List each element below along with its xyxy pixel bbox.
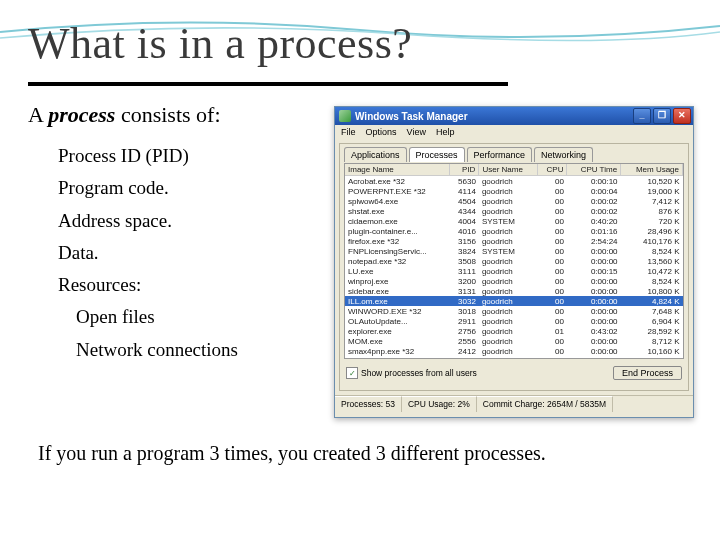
col-cpu[interactable]: CPU xyxy=(537,164,566,176)
tab-processes[interactable]: Processes xyxy=(409,147,465,162)
window-title: Windows Task Manager xyxy=(355,111,468,122)
tab-networking[interactable]: Networking xyxy=(534,147,593,162)
slide-footer: If you run a program 3 times, you create… xyxy=(38,442,546,465)
table-row[interactable]: plugin-container.e...4016goodrich000:01:… xyxy=(345,226,683,236)
col-mem[interactable]: Mem Usage xyxy=(621,164,683,176)
tab-strip: Applications Processes Performance Netwo… xyxy=(340,143,688,162)
menu-options[interactable]: Options xyxy=(366,127,397,137)
options-row: ✓Show processes from all users End Proce… xyxy=(340,363,688,383)
tab-performance[interactable]: Performance xyxy=(467,147,533,162)
process-list[interactable]: Image Name PID User Name CPU CPU Time Me… xyxy=(344,163,684,359)
show-all-users[interactable]: ✓Show processes from all users xyxy=(346,367,477,379)
table-row[interactable]: WINWORD.EXE *323018goodrich000:00:007,64… xyxy=(345,306,683,316)
table-row[interactable]: FNPLicensingServic...3824SYSTEM000:00:00… xyxy=(345,246,683,256)
status-commit: Commit Charge: 2654M / 5835M xyxy=(477,396,613,412)
table-row[interactable]: explorer.exe2756goodrich010:43:0228,592 … xyxy=(345,326,683,336)
bullet-list: Process ID (PID) Program code. Address s… xyxy=(58,140,238,366)
close-button[interactable]: ✕ xyxy=(673,108,691,124)
intro-post: consists of: xyxy=(115,102,220,127)
table-row[interactable]: dwm.exe4,288 K xyxy=(345,356,683,359)
status-bar: Processes: 53 CPU Usage: 2% Commit Charg… xyxy=(335,395,693,412)
slide: What is in a process? A process consists… xyxy=(0,0,720,540)
window-body: Applications Processes Performance Netwo… xyxy=(339,143,689,391)
status-processes: Processes: 53 xyxy=(335,396,402,412)
process-table: Image Name PID User Name CPU CPU Time Me… xyxy=(345,164,683,359)
col-pid[interactable]: PID xyxy=(450,164,479,176)
tab-applications[interactable]: Applications xyxy=(344,147,407,162)
end-process-button[interactable]: End Process xyxy=(613,366,682,380)
table-row[interactable]: Acrobat.exe *325630goodrich000:00:1010,5… xyxy=(345,176,683,187)
intro-em: process xyxy=(48,102,115,127)
title-underline xyxy=(28,82,508,86)
table-row[interactable]: cidaemon.exe4004SYSTEM000:40:20720 K xyxy=(345,216,683,226)
task-manager-window: Windows Task Manager _ ❐ ✕ File Options … xyxy=(334,106,694,418)
table-row[interactable]: POWERPNT.EXE *324114goodrich000:00:0419,… xyxy=(345,186,683,196)
table-row[interactable]: splwow64.exe4504goodrich000:00:027,412 K xyxy=(345,196,683,206)
table-row[interactable]: MOM.exe2556goodrich000:00:008,712 K xyxy=(345,336,683,346)
menu-help[interactable]: Help xyxy=(436,127,455,137)
intro-pre: A xyxy=(28,102,48,127)
bullet-resources: Resources: xyxy=(58,269,238,301)
table-row[interactable]: ILL.om.exe3032goodrich000:00:004,824 K xyxy=(345,296,683,306)
checkbox-icon[interactable]: ✓ xyxy=(346,367,358,379)
sub-network: Network connections xyxy=(58,334,238,366)
sub-openfiles: Open files xyxy=(58,301,238,333)
table-row[interactable]: shstat.exe4344goodrich000:00:02876 K xyxy=(345,206,683,216)
intro-line: A process consists of: xyxy=(28,102,221,128)
bullet-data: Data. xyxy=(58,237,238,269)
menu-view[interactable]: View xyxy=(407,127,426,137)
table-row[interactable]: smax4pnp.exe *322412goodrich000:00:0010,… xyxy=(345,346,683,356)
bullet-address: Address space. xyxy=(58,205,238,237)
maximize-button[interactable]: ❐ xyxy=(653,108,671,124)
table-row[interactable]: LU.exe3111goodrich000:00:1510,472 K xyxy=(345,266,683,276)
taskmgr-icon xyxy=(339,110,351,122)
table-row[interactable]: notepad.exe *323508goodrich000:00:0013,5… xyxy=(345,256,683,266)
col-image[interactable]: Image Name xyxy=(345,164,450,176)
menu-file[interactable]: File xyxy=(341,127,356,137)
titlebar[interactable]: Windows Task Manager _ ❐ ✕ xyxy=(335,107,693,125)
status-cpu: CPU Usage: 2% xyxy=(402,396,477,412)
checkbox-label: Show processes from all users xyxy=(361,368,477,378)
table-row[interactable]: OLAutoUpdate...2911goodrich000:00:006,90… xyxy=(345,316,683,326)
menubar: File Options View Help xyxy=(335,125,693,139)
bullet-pid: Process ID (PID) xyxy=(58,140,238,172)
minimize-button[interactable]: _ xyxy=(633,108,651,124)
table-row[interactable]: winproj.exe3200goodrich000:00:008,524 K xyxy=(345,276,683,286)
table-row[interactable]: firefox.exe *323156goodrich002:54:24410,… xyxy=(345,236,683,246)
table-row[interactable]: sidebar.exe3131goodrich000:00:0010,800 K xyxy=(345,286,683,296)
bullet-code: Program code. xyxy=(58,172,238,204)
col-cputime[interactable]: CPU Time xyxy=(567,164,621,176)
slide-title: What is in a process? xyxy=(28,18,412,69)
col-user[interactable]: User Name xyxy=(479,164,538,176)
